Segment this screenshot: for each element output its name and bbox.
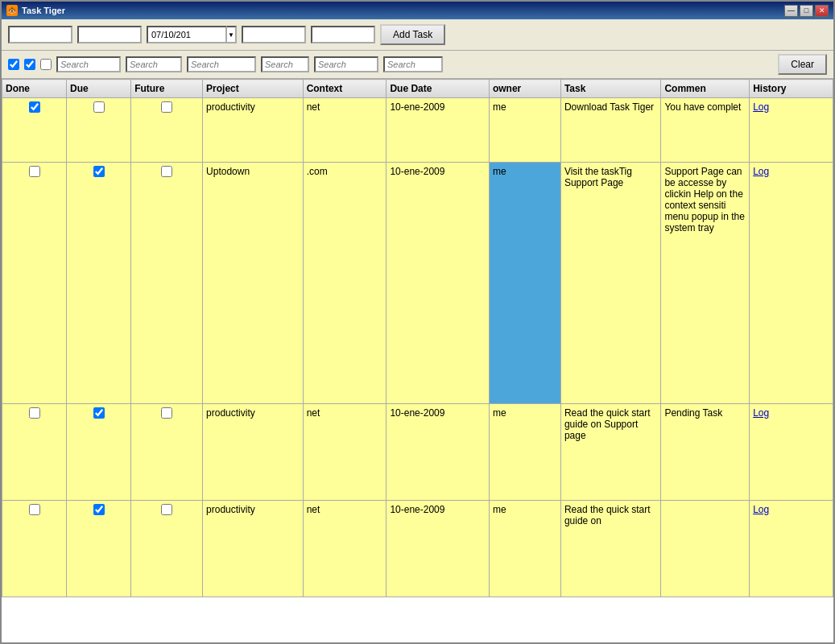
cell-task-3: Read the quick start guide on Support pa… <box>560 404 661 501</box>
title-bar: 🐯 Task Tiger — □ ✕ <box>2 2 833 19</box>
future-checkbox-2[interactable] <box>161 166 172 177</box>
filter-checkbox-1[interactable] <box>8 59 19 70</box>
done-checkbox-1[interactable] <box>29 101 40 113</box>
cell-due-3 <box>67 404 131 501</box>
search-project[interactable] <box>56 56 121 72</box>
cell-comment-4 <box>661 501 750 597</box>
table-row: productivity net 10-ene-2009 me Read the… <box>2 404 833 501</box>
date-wrapper: ▼ <box>147 26 237 43</box>
toolbar-field-4[interactable] <box>242 26 306 43</box>
cell-history-1: Log <box>750 98 833 163</box>
filter-checkbox-2[interactable] <box>24 59 35 70</box>
toolbar-field-1[interactable] <box>8 26 72 43</box>
log-link-3[interactable]: Log <box>753 407 769 419</box>
col-header-history: History <box>750 80 833 98</box>
done-checkbox-2[interactable] <box>29 166 40 177</box>
cell-context-4: net <box>303 501 386 597</box>
tasks-table: Done Due Future Project Context Due Date… <box>2 79 833 597</box>
log-link-1[interactable]: Log <box>753 101 769 113</box>
col-header-duedate: Due Date <box>386 80 490 98</box>
col-header-task: Task <box>560 80 661 98</box>
filter-checkbox-3[interactable] <box>40 59 52 70</box>
cell-future-3 <box>131 404 203 501</box>
cell-done-1 <box>2 98 67 163</box>
cell-future-2 <box>131 163 203 404</box>
cell-owner-1: me <box>489 98 560 163</box>
cell-duedate-1: 10-ene-2009 <box>386 98 490 163</box>
col-header-context: Context <box>303 80 386 98</box>
due-checkbox-1[interactable] <box>93 101 105 113</box>
cell-comment-2: Support Page can be accesse by clickin H… <box>661 163 750 404</box>
toolbar-field-5[interactable] <box>311 26 375 43</box>
cell-comment-3: Pending Task <box>661 404 750 501</box>
log-link-2[interactable]: Log <box>753 166 769 177</box>
cell-duedate-2: 10-ene-2009 <box>386 163 490 404</box>
future-checkbox-1[interactable] <box>161 101 172 113</box>
app-icon: 🐯 <box>6 5 18 16</box>
title-bar-left: 🐯 Task Tiger <box>6 5 65 16</box>
table-row: productivity net 10-ene-2009 me Download… <box>2 98 833 163</box>
cell-done-3 <box>2 404 67 501</box>
filter-row: Clear <box>2 51 833 79</box>
done-checkbox-3[interactable] <box>29 407 40 419</box>
search-duedate[interactable] <box>187 56 256 72</box>
date-dropdown-button[interactable]: ▼ <box>227 26 237 43</box>
search-context[interactable] <box>126 56 182 72</box>
future-checkbox-4[interactable] <box>161 504 172 515</box>
main-window: 🐯 Task Tiger — □ ✕ ▼ Add Task Clear <box>0 0 835 644</box>
cell-owner-2: me <box>489 163 560 404</box>
clear-button[interactable]: Clear <box>778 54 827 75</box>
cell-future-4 <box>131 501 203 597</box>
due-checkbox-3[interactable] <box>93 407 105 419</box>
cell-context-2: .com <box>303 163 386 404</box>
done-checkbox-4[interactable] <box>29 504 40 515</box>
cell-context-3: net <box>303 404 386 501</box>
cell-due-4 <box>67 501 131 597</box>
cell-done-2 <box>2 163 67 404</box>
col-header-future: Future <box>131 80 203 98</box>
col-header-owner: owner <box>489 80 560 98</box>
cell-duedate-3: 10-ene-2009 <box>386 404 490 501</box>
search-task[interactable] <box>314 56 378 72</box>
col-header-done: Done <box>2 80 67 98</box>
col-header-due: Due <box>67 80 131 98</box>
table-container[interactable]: Done Due Future Project Context Due Date… <box>2 79 833 642</box>
cell-duedate-4: 10-ene-2009 <box>386 501 490 597</box>
future-checkbox-3[interactable] <box>161 407 172 419</box>
cell-due-1 <box>67 98 131 163</box>
search-comment[interactable] <box>383 56 443 72</box>
cell-future-1 <box>131 98 203 163</box>
cell-task-1: Download Task Tiger <box>560 98 661 163</box>
cell-context-1: net <box>303 98 386 163</box>
due-checkbox-2[interactable] <box>93 166 105 177</box>
window-title: Task Tiger <box>22 6 65 15</box>
cell-history-2: Log <box>750 163 833 404</box>
cell-owner-4: me <box>489 501 560 597</box>
log-link-4[interactable]: Log <box>753 504 769 515</box>
table-header-row: Done Due Future Project Context Due Date… <box>2 80 833 98</box>
cell-done-4 <box>2 501 67 597</box>
toolbar: ▼ Add Task <box>2 19 833 51</box>
cell-project-4: productivity <box>203 501 304 597</box>
maximize-button[interactable]: □ <box>800 5 813 17</box>
minimize-button[interactable]: — <box>784 5 798 17</box>
title-buttons: — □ ✕ <box>784 5 829 17</box>
cell-project-1: productivity <box>203 98 304 163</box>
cell-comment-1: You have complet <box>661 98 750 163</box>
cell-history-3: Log <box>750 404 833 501</box>
table-row: productivity net 10-ene-2009 me Read the… <box>2 501 833 597</box>
date-input[interactable] <box>147 26 227 43</box>
cell-history-4: Log <box>750 501 833 597</box>
cell-due-2 <box>67 163 131 404</box>
cell-task-4: Read the quick start guide on <box>560 501 661 597</box>
cell-owner-3: me <box>489 404 560 501</box>
cell-project-3: productivity <box>203 404 304 501</box>
due-checkbox-4[interactable] <box>93 504 105 515</box>
search-owner[interactable] <box>261 56 309 72</box>
close-button[interactable]: ✕ <box>815 5 829 17</box>
cell-task-2: Visit the taskTig Support Page <box>560 163 661 404</box>
toolbar-field-2[interactable] <box>77 26 142 43</box>
add-task-button[interactable]: Add Task <box>380 24 445 45</box>
col-header-project: Project <box>203 80 304 98</box>
cell-project-2: Uptodown <box>203 163 304 404</box>
